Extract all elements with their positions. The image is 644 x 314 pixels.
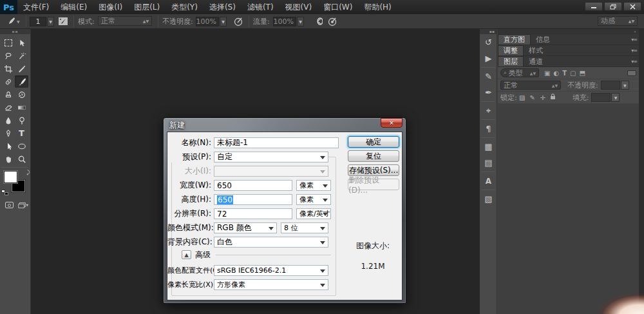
character-styles-panel-icon[interactable]: A	[480, 173, 497, 189]
quick-mask-button[interactable]	[4, 201, 14, 210]
height-unit-dropdown[interactable]: 像素	[296, 194, 331, 205]
type-tool[interactable]: T	[15, 127, 28, 139]
path-selection-tool[interactable]	[1, 140, 15, 152]
brush-size-spinner[interactable]: ▼	[47, 17, 54, 26]
tab-adjustments[interactable]: 调整	[498, 45, 524, 55]
advanced-collapse-button[interactable]: ▲	[182, 250, 191, 259]
dock-collapse-handle[interactable]: »	[498, 29, 639, 34]
restore-button[interactable]	[604, 2, 622, 11]
lock-transparency-icon[interactable]: ▨	[517, 94, 527, 101]
color-mode-dropdown[interactable]: RGB 颜色	[214, 222, 277, 233]
hand-tool[interactable]	[1, 153, 15, 165]
paragraph-panel-icon[interactable]: ¶	[480, 121, 497, 137]
lock-image-icon[interactable]: ✎	[527, 94, 538, 101]
tab-layers[interactable]: 图层	[498, 56, 524, 66]
pixel-filter-icon[interactable]: ▣	[544, 70, 550, 77]
properties-panel-icon[interactable]: ▤	[480, 155, 497, 171]
gradient-tool[interactable]	[15, 101, 28, 113]
opacity-field[interactable]: 100% ▼	[196, 14, 227, 28]
clone-stamp-tool[interactable]	[1, 88, 15, 101]
menu-window[interactable]: 窗口(W)	[317, 0, 358, 14]
strip-collapse-handle[interactable]: ▪▪	[480, 29, 497, 34]
dodge-tool[interactable]	[15, 114, 28, 126]
layer-fill-value[interactable]	[591, 93, 611, 102]
opacity-arrow[interactable]: ▼	[220, 17, 227, 26]
brush-panel-icon[interactable]: ✎	[480, 68, 497, 84]
menu-select[interactable]: 选择(S)	[204, 0, 242, 14]
brush-size-field[interactable]: 1 ▼	[30, 14, 54, 28]
shape-filter-icon[interactable]: ▢	[570, 70, 576, 77]
panel-menu-icon[interactable]: ▾≡	[631, 37, 637, 43]
blur-tool[interactable]	[1, 114, 15, 126]
history-brush-tool[interactable]	[15, 88, 28, 101]
menu-view[interactable]: 视图(V)	[279, 0, 318, 14]
menu-image[interactable]: 图像(I)	[93, 0, 128, 14]
workspace-dropdown[interactable]: 动感▲▼	[598, 16, 638, 26]
lasso-tool[interactable]	[1, 50, 15, 62]
layer-opacity-arrow[interactable]: ▼	[621, 81, 629, 90]
menu-help[interactable]: 帮助(H)	[358, 0, 397, 14]
height-input[interactable]: 650	[214, 194, 292, 205]
panel-menu-icon[interactable]: ▾≡	[631, 59, 637, 64]
tool-palette-header[interactable]: ▪▪	[0, 29, 30, 34]
brush-panel-toggle-button[interactable]	[57, 14, 70, 28]
reset-button[interactable]: 复位	[348, 150, 399, 162]
type-filter-icon[interactable]: T	[562, 70, 567, 77]
ok-button[interactable]: 确定	[348, 136, 399, 148]
lock-all-icon[interactable]	[548, 93, 558, 101]
tablet-size-button[interactable]	[326, 14, 339, 28]
panel-menu-icon[interactable]: ▾≡	[631, 48, 637, 54]
ellipse-shape-tool[interactable]	[15, 140, 28, 152]
brush-tool[interactable]	[15, 75, 28, 88]
history-panel-icon[interactable]: ↺	[480, 34, 497, 50]
screen-mode-button[interactable]: ▼	[18, 201, 28, 210]
layer-filter-dropdown[interactable]: ⌕ 类型 ▲▼	[500, 68, 539, 77]
foreground-color-swatch[interactable]	[4, 171, 17, 183]
rectangular-marquee-tool[interactable]	[1, 37, 15, 49]
filter-toggle-switch[interactable]	[627, 70, 636, 76]
magic-wand-tool[interactable]	[15, 50, 28, 62]
menu-filter[interactable]: 滤镜(T)	[242, 0, 279, 14]
smart-object-filter-icon[interactable]: ⬒	[579, 70, 585, 77]
notes-panel-icon[interactable]: ▧	[480, 191, 497, 207]
tab-info[interactable]: 信息	[531, 34, 555, 44]
color-profile-dropdown[interactable]: sRGB IEC61966-2.1	[214, 265, 328, 276]
adjustment-filter-icon[interactable]: ◐	[553, 70, 559, 77]
move-tool[interactable]	[15, 37, 28, 49]
flow-field[interactable]: 100% ▼	[273, 14, 304, 28]
bit-depth-dropdown[interactable]: 8 位	[281, 222, 328, 233]
pixel-aspect-dropdown[interactable]: 方形像素	[214, 279, 328, 290]
resolution-input[interactable]: 72	[214, 208, 292, 219]
menu-type[interactable]: 类型(Y)	[166, 0, 204, 14]
tab-channels[interactable]: 通道	[524, 56, 548, 66]
blend-mode-dropdown[interactable]: 正常 ▲▼	[500, 81, 561, 90]
menu-file[interactable]: 文件(F)	[17, 0, 55, 14]
lock-position-icon[interactable]: ✛	[538, 94, 548, 101]
background-dropdown[interactable]: 白色	[214, 237, 328, 248]
width-unit-dropdown[interactable]: 像素	[296, 180, 331, 191]
width-input[interactable]: 650	[214, 180, 292, 191]
mode-dropdown[interactable]: 正常▲▼	[98, 16, 152, 26]
tablet-opacity-button[interactable]	[232, 14, 245, 28]
default-colors-icon[interactable]	[1, 190, 8, 195]
actions-panel-icon[interactable]: ▶	[480, 50, 497, 66]
menu-edit[interactable]: 编辑(E)	[55, 0, 93, 14]
minimize-button[interactable]	[585, 2, 603, 11]
tab-styles[interactable]: 样式	[524, 45, 548, 55]
zoom-tool[interactable]	[15, 153, 28, 165]
dialog-close-button[interactable]: ✕	[381, 118, 402, 128]
tab-histogram[interactable]: 直方图	[498, 34, 531, 44]
airbrush-button[interactable]	[310, 14, 323, 28]
brush-preset-picker[interactable]: ▼	[4, 14, 20, 28]
flow-arrow[interactable]: ▼	[297, 17, 304, 26]
menu-layer[interactable]: 图层(L)	[128, 0, 166, 14]
layer-opacity-value[interactable]	[601, 81, 620, 90]
crop-tool[interactable]	[1, 63, 15, 75]
layer-fill-arrow[interactable]: ▼	[611, 93, 620, 102]
preset-dropdown[interactable]: 自定	[214, 152, 328, 162]
pen-tool[interactable]	[1, 127, 15, 139]
close-button[interactable]	[623, 2, 641, 11]
swap-colors-icon[interactable]: ⤸	[26, 170, 30, 176]
eyedropper-tool[interactable]	[15, 63, 28, 75]
tool-presets-panel-icon[interactable]: ✒	[480, 84, 497, 101]
